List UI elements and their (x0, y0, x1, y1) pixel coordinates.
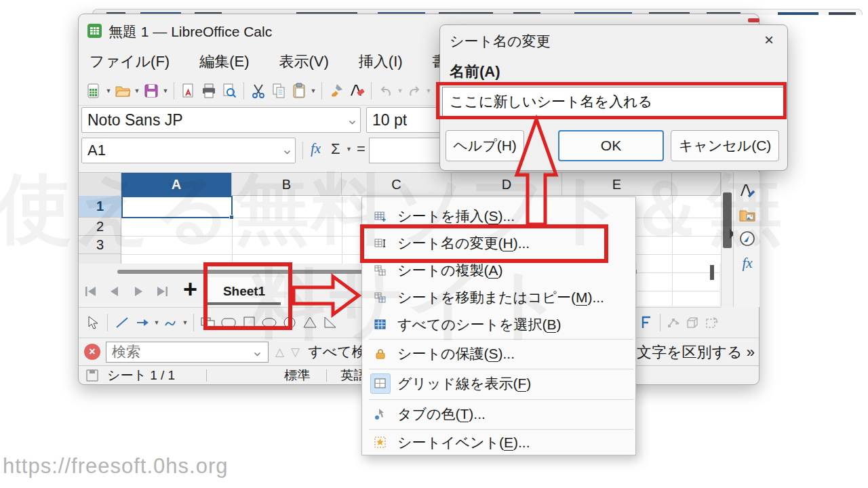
insert-curve-icon[interactable] (161, 312, 181, 333)
menu-file[interactable]: ファイル(F) (90, 52, 170, 72)
export-pdf-icon[interactable] (178, 80, 199, 102)
triangle-icon[interactable] (300, 312, 320, 333)
name-box[interactable]: A1 (81, 138, 296, 163)
find-next-icon[interactable]: ▽ (291, 345, 300, 359)
grid-line (342, 196, 342, 264)
column-header-c[interactable]: C (342, 173, 452, 196)
row-header-1[interactable]: 1 (79, 196, 121, 218)
paste-dropdown-icon[interactable]: ▼ (309, 87, 317, 94)
font-name-value: Noto Sans JP (87, 111, 183, 129)
dialog-close-icon[interactable]: × (759, 30, 779, 49)
copy-icon[interactable] (269, 80, 289, 102)
menu-item-tab-color[interactable]: タブの色(T)... (362, 401, 635, 428)
column-header-e[interactable]: E (562, 173, 672, 196)
corner-header[interactable] (79, 173, 121, 196)
column-header-a[interactable]: A (121, 173, 232, 196)
cancel-button[interactable]: キャンセル(C) (671, 130, 779, 161)
chevron-down-icon[interactable] (254, 348, 261, 360)
calc-app-icon (87, 23, 102, 41)
last-sheet-icon[interactable] (150, 281, 174, 302)
properties-deck-icon[interactable] (738, 182, 757, 201)
separator (302, 142, 303, 159)
menu-item-select-all-sheets[interactable]: すべてのシートを選択(B) (362, 311, 635, 338)
functions-deck-icon[interactable]: fx (738, 253, 757, 272)
clone-formatting-icon[interactable] (326, 80, 347, 102)
column-header-b[interactable]: B (232, 173, 342, 196)
print-icon[interactable] (199, 80, 219, 102)
menu-item-sheet-events[interactable]: シートイベント(E)... (362, 429, 635, 456)
cut-icon[interactable] (248, 80, 269, 102)
menu-item-rename-sheet[interactable]: シート名の変更(H)... (362, 230, 635, 257)
square-icon[interactable] (239, 312, 259, 333)
menu-view[interactable]: 表示(V) (279, 52, 328, 72)
right-triangle-icon[interactable] (320, 312, 340, 333)
open-icon[interactable] (113, 80, 133, 102)
tab-color-icon (370, 404, 391, 424)
move-copy-sheet-icon (370, 287, 391, 308)
rounded-rectangle-icon[interactable] (218, 312, 239, 333)
new-document-icon[interactable] (84, 80, 104, 102)
menu-item-insert-sheet[interactable]: シートを挿入(S)... (362, 203, 635, 230)
find-all-label[interactable]: すべて検 (308, 342, 366, 361)
formula-icon[interactable]: = (357, 140, 366, 158)
sheet-tab[interactable]: Sheet1 (204, 277, 284, 306)
chevron-down-icon[interactable] (283, 142, 291, 159)
clear-formatting-icon[interactable] (347, 80, 367, 102)
sheet-number-label[interactable]: シート 1 / 1 (107, 367, 175, 384)
extrusion-icon (683, 312, 702, 333)
curve-dropdown-icon[interactable]: ▼ (181, 319, 189, 326)
menu-item-protect-sheet[interactable]: シートの保護(S)... (362, 340, 635, 367)
help-button[interactable]: ヘルプ(H) (446, 130, 524, 161)
add-sheet-button[interactable]: + (183, 275, 197, 304)
first-sheet-icon[interactable] (79, 281, 102, 302)
paste-icon[interactable] (289, 80, 309, 102)
menu-item-move-copy-sheet[interactable]: シートを移動またはコピー(M)... (362, 284, 635, 311)
vertical-scrollbar[interactable] (721, 172, 733, 307)
toolbar-separator (193, 314, 194, 331)
ok-button[interactable]: OK (558, 130, 664, 161)
new-dropdown-icon[interactable]: ▼ (104, 87, 113, 94)
save-dropdown-icon[interactable]: ▼ (161, 87, 170, 94)
ellipse-icon[interactable] (259, 312, 279, 333)
rectangle-pair-icon[interactable] (198, 312, 218, 333)
name-field-label: 名前(A) (450, 62, 500, 82)
font-name-combo[interactable]: Noto Sans JP (81, 107, 361, 133)
menu-edit[interactable]: 編集(E) (199, 52, 249, 72)
find-previous-icon[interactable]: △ (275, 345, 284, 359)
next-sheet-icon[interactable] (126, 281, 150, 302)
window-title: 無題 1 — LibreOffice Calc (108, 22, 272, 41)
navigator-deck-icon[interactable] (738, 229, 757, 248)
fontwork-icon[interactable] (637, 312, 656, 333)
open-dropdown-icon[interactable]: ▼ (133, 87, 141, 94)
arrow-dropdown-icon[interactable]: ▼ (153, 319, 161, 326)
menu-item-show-gridlines[interactable]: グリッド線を表示(F) (362, 370, 635, 397)
insert-line-icon[interactable] (112, 312, 132, 333)
insert-arrow-icon[interactable] (132, 312, 153, 333)
menu-item-duplicate-sheet[interactable]: シートの複製(A) (362, 257, 635, 284)
document-modified-icon (84, 368, 100, 383)
previous-sheet-icon[interactable] (102, 281, 126, 302)
grid-line (672, 196, 673, 264)
chevron-down-icon[interactable] (349, 111, 356, 129)
menu-insert[interactable]: 挿入(I) (359, 52, 403, 72)
save-icon[interactable] (141, 80, 161, 102)
sum-dropdown-icon[interactable]: ▼ (346, 146, 352, 152)
sum-icon[interactable]: Σ (331, 140, 340, 158)
close-find-icon[interactable]: × (84, 344, 100, 360)
gallery-deck-icon[interactable] (738, 205, 757, 224)
circle-icon[interactable] (279, 312, 300, 333)
column-header-partial[interactable] (672, 173, 721, 196)
search-input[interactable] (106, 342, 269, 363)
match-case-label[interactable]: 文字を区別する » (637, 342, 755, 363)
sheet-name-input[interactable] (442, 87, 785, 117)
column-header-d[interactable]: D (452, 173, 562, 196)
edit-points-icon (665, 312, 684, 333)
page-style-label[interactable]: 標準 (284, 367, 310, 384)
row-header-2[interactable]: 2 (79, 218, 121, 236)
function-wizard-icon[interactable]: fx (311, 140, 321, 157)
selection-handle[interactable] (229, 215, 234, 220)
selected-cell-a1[interactable] (121, 196, 233, 218)
select-cursor-icon[interactable] (83, 312, 103, 333)
print-preview-icon[interactable] (219, 80, 239, 102)
row-header-3[interactable]: 3 (79, 236, 121, 254)
